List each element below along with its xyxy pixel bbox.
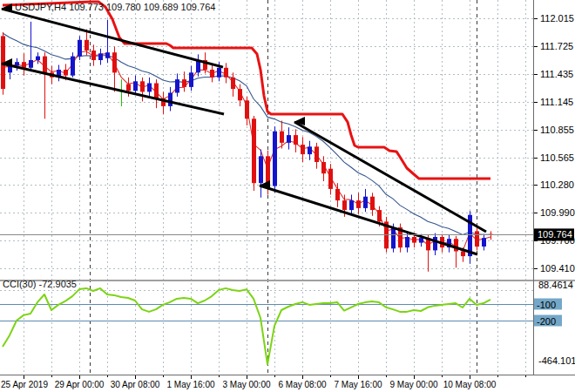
candle-body bbox=[43, 57, 47, 73]
candle-body bbox=[15, 62, 19, 65]
candle-body bbox=[231, 78, 235, 89]
price-axis-label: 110.280 bbox=[540, 179, 574, 190]
candle-body bbox=[154, 84, 159, 99]
candle-body bbox=[280, 132, 284, 143]
candle-body bbox=[133, 81, 138, 91]
price-axis-label: 111.435 bbox=[540, 69, 573, 79]
price-axis-label: 110.565 bbox=[540, 152, 574, 163]
candle-body bbox=[71, 57, 75, 76]
candle-body bbox=[301, 145, 305, 154]
candle-body bbox=[210, 70, 214, 78]
trendline[interactable] bbox=[260, 186, 477, 254]
candle-body bbox=[342, 200, 347, 210]
candle-body bbox=[349, 200, 354, 210]
current-price-badge-label: 109.764 bbox=[538, 229, 572, 240]
time-axis-label: 30 Apr 08:00 bbox=[111, 380, 160, 389]
candle-body bbox=[412, 237, 416, 243]
candle-body bbox=[189, 72, 193, 87]
candle-body bbox=[36, 57, 40, 60]
candle-body bbox=[475, 231, 479, 247]
candle-body bbox=[356, 200, 361, 208]
candle-body bbox=[64, 70, 68, 76]
price-axis-label: 111.725 bbox=[540, 41, 573, 51]
mt4-chart-window: 112.015111.725111.435111.145110.855110.5… bbox=[0, 0, 575, 392]
cci-level-label: -200 bbox=[537, 316, 556, 327]
candle-body bbox=[147, 84, 152, 92]
candle-body bbox=[29, 60, 33, 68]
price-axis-label: 109.990 bbox=[540, 207, 575, 218]
candle-body bbox=[175, 79, 179, 92]
time-axis-label: 3 May 00:00 bbox=[222, 380, 270, 389]
candle-body bbox=[112, 52, 117, 72]
candle-body bbox=[315, 146, 319, 162]
candle-body bbox=[433, 237, 437, 250]
candle-body bbox=[273, 132, 277, 186]
time-axis-label: 9 May 00:00 bbox=[389, 380, 437, 389]
price-axis-label: 110.855 bbox=[540, 125, 574, 135]
time-axis-label: 6 May 08:00 bbox=[278, 380, 326, 389]
price-axis-label: 112.015 bbox=[540, 13, 574, 24]
candle-body bbox=[405, 237, 409, 247]
candle-body bbox=[252, 118, 256, 183]
candle-body bbox=[245, 100, 249, 118]
candle-body bbox=[168, 93, 172, 106]
candle-body bbox=[126, 84, 131, 91]
candle-body bbox=[363, 197, 368, 208]
price-axis-label: 109.410 bbox=[540, 263, 575, 274]
time-axis-label: 7 May 16:00 bbox=[334, 380, 382, 389]
candle-body bbox=[321, 162, 326, 173]
candle-body bbox=[377, 210, 382, 221]
candle-body bbox=[224, 68, 228, 78]
candle-body bbox=[328, 169, 333, 189]
candle-body bbox=[482, 238, 486, 247]
candle-body bbox=[419, 238, 423, 243]
candle-body bbox=[370, 197, 375, 210]
candle-body bbox=[461, 252, 465, 257]
candle-body bbox=[78, 40, 82, 57]
candle-body bbox=[22, 62, 26, 68]
candle-body bbox=[259, 156, 263, 183]
candle-body bbox=[335, 189, 340, 200]
candle-body bbox=[140, 81, 145, 91]
candle-body bbox=[287, 135, 291, 143]
time-axis-label: 25 Apr 2019 bbox=[1, 380, 48, 389]
candle-body bbox=[294, 135, 298, 145]
chart-canvas[interactable]: 112.015111.725111.435111.145110.855110.5… bbox=[0, 0, 575, 392]
cci-level-label: -100 bbox=[537, 300, 556, 310]
time-axis-label: 1 May 16:00 bbox=[166, 380, 214, 389]
time-axis-label: 29 Apr 00:00 bbox=[55, 380, 105, 389]
chart-title-ohlc: USDJPY,H4 109.773 109.780 109.689 109.76… bbox=[15, 2, 215, 12]
cci-axis-label: -464.1012 bbox=[538, 355, 575, 366]
time-axis-label: 10 May 08:00 bbox=[443, 380, 497, 389]
candle-body bbox=[105, 52, 110, 58]
slow-ma-line bbox=[3, 33, 490, 235]
candle-body bbox=[308, 146, 312, 154]
candle-body bbox=[391, 227, 396, 248]
cci-indicator-label: CCI(30) -72.9035 bbox=[3, 279, 77, 289]
candle-body bbox=[91, 51, 96, 60]
candle-body bbox=[85, 40, 89, 51]
candle-body bbox=[238, 89, 242, 100]
candle-body bbox=[217, 68, 221, 78]
candle-body bbox=[182, 79, 186, 87]
candle-body bbox=[98, 53, 103, 60]
pane-separator bbox=[0, 280, 575, 281]
price-axis-label: 111.145 bbox=[540, 97, 573, 107]
